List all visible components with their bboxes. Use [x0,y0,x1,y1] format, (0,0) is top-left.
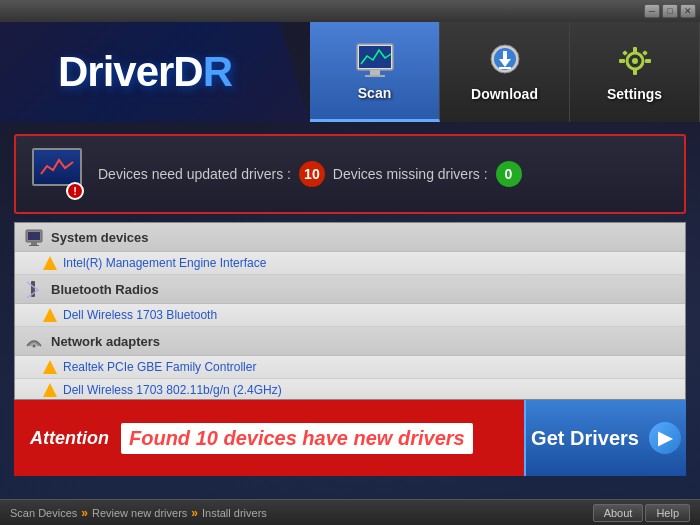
system-icon [25,228,43,246]
devices-missing-label: Devices missing drivers : [333,166,488,182]
list-item[interactable]: Dell Wireless 1703 802.11b/g/n (2.4GHz) [15,379,685,400]
device-list[interactable]: System devices Intel(R) Management Engin… [14,222,686,400]
close-button[interactable]: ✕ [680,4,696,18]
breadcrumb-review: Review new drivers [92,507,187,519]
logo-area: DriverDR [0,22,310,122]
status-bar: ! Devices need updated drivers : 10 Devi… [14,134,686,214]
monitor-screen [34,150,80,184]
svg-rect-2 [370,70,380,75]
status-icon-area: ! [32,148,84,200]
monitor-icon [32,148,82,186]
warning-icon [43,256,57,270]
main-container: DriverDR Scan [0,22,700,525]
attention-message: Found 10 devices have new drivers [121,423,473,454]
svg-rect-17 [28,232,40,240]
svg-point-9 [632,58,638,64]
svg-rect-11 [633,69,637,75]
get-drivers-button[interactable]: Get Drivers ▶ [524,400,686,476]
update-count-badge: 10 [299,161,325,187]
help-button[interactable]: Help [645,504,690,522]
svg-rect-14 [622,50,628,56]
category-system: System devices [15,223,685,252]
svg-point-21 [33,345,36,348]
svg-rect-10 [633,47,637,53]
list-item[interactable]: Realtek PCIe GBE Family Controller [15,356,685,379]
bottom-bar: Scan Devices » Review new drivers » Inst… [0,499,700,525]
tab-download[interactable]: Download [440,22,570,122]
svg-rect-15 [642,50,648,56]
breadcrumb-sep-1: » [81,506,88,520]
network-category-label: Network adapters [51,334,160,349]
minimize-button[interactable]: ─ [644,4,660,18]
settings-icon [615,42,655,80]
list-item[interactable]: Dell Wireless 1703 Bluetooth [15,304,685,327]
breadcrumb-scan: Scan Devices [10,507,77,519]
alert-badge: ! [66,182,84,200]
device-name: Realtek PCIe GBE Family Controller [63,360,256,374]
svg-rect-13 [645,59,651,63]
footer-bar: Attention Found 10 devices have new driv… [14,400,686,476]
nav-tabs: Scan Download [310,22,700,122]
bluetooth-icon [25,280,43,298]
logo-text: DriverDR [58,48,232,96]
attention-area: Attention Found 10 devices have new driv… [14,400,524,476]
maximize-button[interactable]: □ [662,4,678,18]
bottom-right: About Help [593,504,690,522]
list-item[interactable]: Intel(R) Management Engine Interface [15,252,685,275]
arrow-icon: ▶ [649,422,681,454]
about-button[interactable]: About [593,504,644,522]
warning-icon [43,308,57,322]
tab-settings[interactable]: Settings [570,22,700,122]
warning-icon [43,383,57,397]
svg-rect-19 [29,245,39,246]
svg-rect-12 [619,59,625,63]
device-name: Dell Wireless 1703 Bluetooth [63,308,217,322]
bluetooth-category-label: Bluetooth Radios [51,282,159,297]
header: DriverDR Scan [0,22,700,122]
missing-count-badge: 0 [496,161,522,187]
svg-rect-18 [31,242,37,245]
svg-rect-8 [499,67,511,69]
breadcrumb-install: Install drivers [202,507,267,519]
breadcrumb-sep-2: » [191,506,198,520]
title-bar: ─ □ ✕ [0,0,700,22]
tab-scan[interactable]: Scan [310,22,440,122]
svg-rect-3 [365,75,385,77]
get-drivers-label: Get Drivers [531,427,639,450]
device-name: Dell Wireless 1703 802.11b/g/n (2.4GHz) [63,383,282,397]
status-text: Devices need updated drivers : 10 Device… [98,161,668,187]
settings-tab-label: Settings [607,86,662,102]
category-bluetooth: Bluetooth Radios [15,275,685,304]
warning-icon [43,360,57,374]
device-name: Intel(R) Management Engine Interface [63,256,266,270]
devices-need-label: Devices need updated drivers : [98,166,291,182]
attention-label: Attention [30,428,109,449]
content-area: ! Devices need updated drivers : 10 Devi… [14,134,686,476]
download-icon [485,42,525,80]
download-tab-label: Download [471,86,538,102]
scan-tab-label: Scan [358,85,391,101]
breadcrumb: Scan Devices » Review new drivers » Inst… [10,506,593,520]
system-category-label: System devices [51,230,149,245]
network-icon [25,332,43,350]
scan-icon [355,41,395,79]
category-network: Network adapters [15,327,685,356]
